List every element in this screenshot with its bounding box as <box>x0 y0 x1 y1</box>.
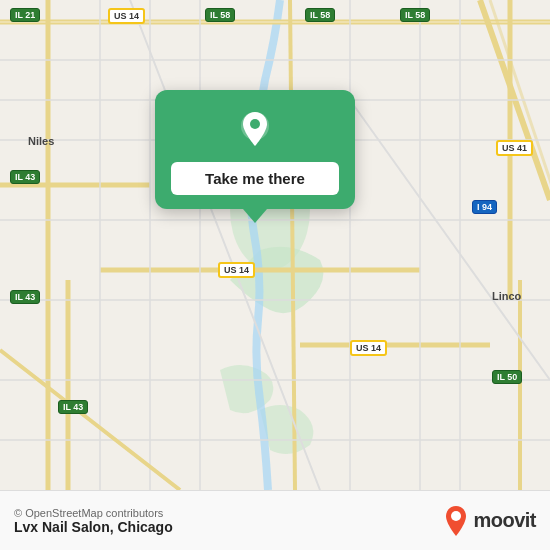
map-container: Niles Linco IL 21 US 14 IL 58 IL 58 IL 5… <box>0 0 550 490</box>
place-name: Lvx Nail Salon, Chicago <box>14 519 173 535</box>
bottom-bar: © OpenStreetMap contributors Lvx Nail Sa… <box>0 490 550 550</box>
svg-point-32 <box>451 511 461 521</box>
take-me-there-button[interactable]: Take me there <box>171 162 339 195</box>
bottom-info: © OpenStreetMap contributors Lvx Nail Sa… <box>14 507 173 535</box>
moovit-pin-icon <box>443 505 469 537</box>
copyright-text: © OpenStreetMap contributors <box>14 507 173 519</box>
moovit-logo-text: moovit <box>473 509 536 532</box>
location-pin-icon <box>233 108 277 152</box>
moovit-logo: moovit <box>443 505 536 537</box>
popup-card: Take me there <box>155 90 355 209</box>
svg-point-31 <box>250 119 260 129</box>
